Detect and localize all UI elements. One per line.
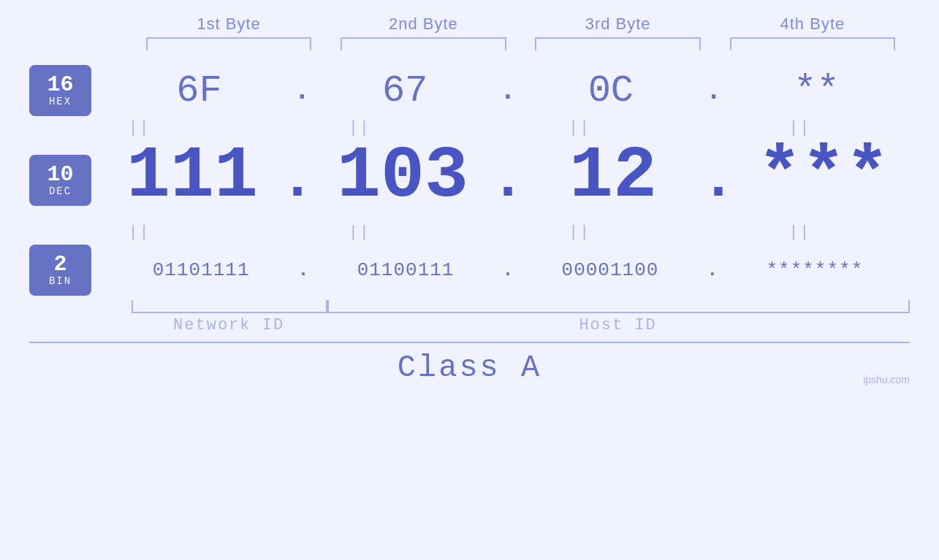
dec-byte3: 12	[569, 140, 657, 213]
bracket-bottom-host	[327, 300, 910, 313]
bin-byte2: 01100111	[357, 259, 455, 281]
hex-badge-label: HEX	[49, 96, 72, 107]
bin-dot3: .	[707, 259, 718, 281]
bracket-cell-2	[326, 37, 520, 50]
hex-byte3: 0C	[588, 69, 634, 112]
bin-dot2: .	[502, 259, 514, 281]
byte-headers: 1st Byte 2nd Byte 3rd Byte 4th Byte	[132, 15, 910, 34]
bracket-cell-1	[132, 37, 326, 50]
host-id-label: Host ID	[326, 316, 910, 334]
dec-byte4-cell: ***	[737, 140, 910, 213]
top-brackets	[132, 37, 910, 50]
bin-values-row: 01101111 . 01100111 . 00001100 . *******…	[106, 259, 910, 281]
bin-byte3-cell: 00001100	[515, 259, 705, 281]
eq2-b4: ||	[690, 223, 910, 242]
eq2-b2: ||	[249, 223, 469, 242]
bottom-brackets	[132, 300, 910, 313]
byte3-header: 3rd Byte	[521, 15, 715, 34]
dec-badge-number: 10	[47, 164, 73, 185]
hex-byte3-cell: 0C	[517, 69, 704, 112]
hex-badge-number: 16	[47, 74, 73, 96]
dec-dot1: .	[280, 147, 315, 213]
hex-byte1: 6F	[176, 69, 221, 112]
hex-byte1-cell: 6F	[106, 69, 292, 112]
bracket-top-2	[341, 37, 506, 50]
hex-row: 16 HEX 6F . 67 . 0C . **	[29, 65, 910, 116]
byte2-header: 2nd Byte	[326, 15, 520, 34]
hex-byte4-cell: **	[723, 69, 910, 112]
dec-byte2: 103	[337, 140, 468, 213]
dec-badge: 10 DEC	[29, 155, 91, 206]
bracket-top-1	[146, 37, 311, 50]
bin-byte4: ********	[766, 259, 863, 281]
dec-byte1-cell: 111	[106, 140, 278, 213]
dec-dot3: .	[701, 147, 736, 213]
labels-row: Network ID Host ID	[132, 316, 910, 334]
dec-values-row: 111 . 103 . 12 . ***	[106, 140, 910, 220]
hex-byte2-cell: 67	[312, 69, 498, 112]
bracket-bottom-network	[132, 300, 327, 313]
hex-byte2: 67	[382, 69, 427, 112]
watermark: ipshu.com	[863, 374, 910, 386]
eq2-b1: ||	[29, 223, 249, 242]
bracket-cell-3	[521, 37, 715, 50]
bin-row: 2 BIN 01101111 . 01100111 . 00001100 . *…	[29, 245, 910, 296]
bracket-top-4	[730, 37, 895, 50]
byte4-header: 4th Byte	[715, 15, 910, 34]
byte1-header: 1st Byte	[132, 15, 326, 34]
dec-byte4: ***	[758, 140, 889, 213]
hex-badge: 16 HEX	[29, 65, 91, 116]
bin-byte3: 00001100	[562, 259, 659, 281]
equals-row-2: || || || ||	[29, 223, 910, 242]
bin-byte1-cell: 01101111	[106, 259, 296, 281]
dec-byte1: 111	[126, 140, 258, 213]
class-label: Class A	[398, 350, 541, 386]
hex-byte4: **	[794, 69, 839, 112]
hex-dot3: .	[705, 75, 722, 107]
bracket-top-3	[535, 37, 700, 50]
bin-badge: 2 BIN	[29, 245, 91, 296]
dec-byte2-cell: 103	[316, 140, 489, 213]
dec-badge-label: DEC	[49, 185, 72, 197]
bin-byte2-cell: 01100111	[311, 259, 501, 281]
network-id-label: Network ID	[132, 316, 326, 334]
hex-dot2: .	[500, 75, 517, 107]
dec-row: 10 DEC 111 . 103 . 12 . ***	[29, 140, 910, 220]
bracket-cell-4	[715, 37, 910, 50]
main-container: 1st Byte 2nd Byte 3rd Byte 4th Byte 16 H…	[0, 0, 939, 560]
bin-badge-number: 2	[53, 253, 66, 275]
bin-dot1: .	[297, 259, 309, 281]
bin-byte4-cell: ********	[720, 259, 910, 281]
hex-values-row: 6F . 67 . 0C . **	[106, 69, 910, 112]
bin-badge-label: BIN	[49, 275, 72, 287]
dec-dot2: .	[490, 147, 525, 213]
bin-byte1: 01101111	[153, 259, 250, 281]
class-section: Class A ipshu.com	[29, 342, 910, 386]
hex-dot1: .	[294, 75, 311, 107]
eq2-b3: ||	[470, 223, 690, 242]
dec-byte3-cell: 12	[527, 140, 699, 213]
